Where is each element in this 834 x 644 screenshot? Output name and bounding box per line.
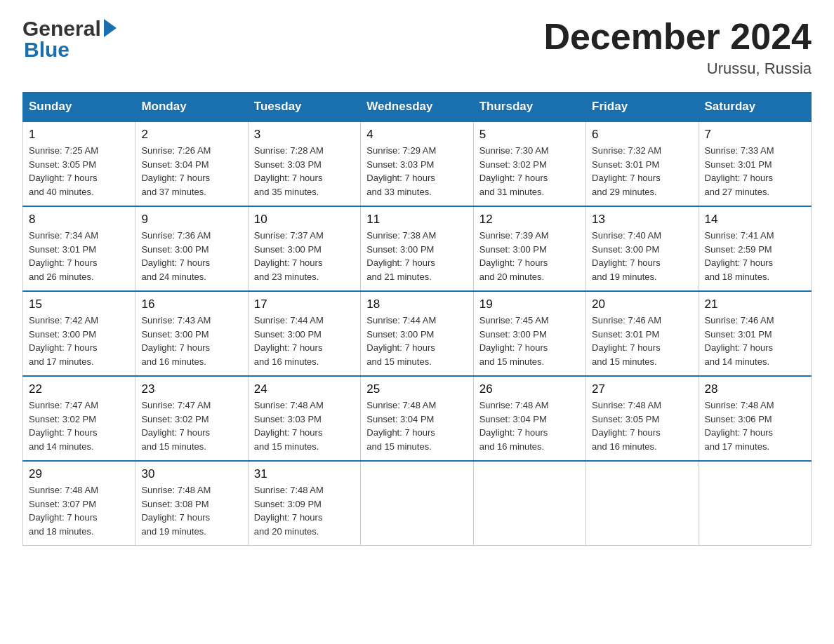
days-header-row: SundayMondayTuesdayWednesdayThursdayFrid… [23, 93, 812, 122]
day-info: Sunrise: 7:44 AMSunset: 3:00 PMDaylight:… [366, 314, 467, 368]
sunset-text: Sunset: 2:59 PM [705, 243, 805, 257]
day-info: Sunrise: 7:44 AMSunset: 3:00 PMDaylight:… [254, 314, 355, 368]
daylight-minutes: and 15 minutes. [592, 355, 692, 369]
sunset-text: Sunset: 3:02 PM [29, 412, 129, 427]
calendar-cell: 29Sunrise: 7:48 AMSunset: 3:07 PMDayligh… [23, 461, 135, 546]
sunset-text: Sunset: 3:01 PM [29, 243, 129, 257]
calendar-cell: 15Sunrise: 7:42 AMSunset: 3:00 PMDayligh… [23, 291, 135, 376]
day-number: 2 [141, 128, 241, 142]
sunrise-text: Sunrise: 7:33 AM [705, 144, 805, 158]
day-number: 30 [141, 467, 241, 481]
day-number: 25 [366, 382, 467, 396]
sunset-text: Sunset: 3:04 PM [141, 158, 241, 172]
day-number: 12 [479, 213, 580, 227]
daylight-minutes: and 17 minutes. [705, 440, 805, 454]
daylight-text: Daylight: 7 hours [254, 426, 355, 440]
daylight-minutes: and 35 minutes. [254, 185, 355, 199]
sunset-text: Sunset: 3:02 PM [479, 158, 580, 172]
sunrise-text: Sunrise: 7:32 AM [592, 144, 692, 158]
calendar-cell: 3Sunrise: 7:28 AMSunset: 3:03 PMDaylight… [248, 121, 360, 206]
daylight-text: Daylight: 7 hours [592, 426, 692, 440]
sunrise-text: Sunrise: 7:39 AM [479, 229, 580, 243]
daylight-text: Daylight: 7 hours [29, 341, 129, 355]
daylight-minutes: and 16 minutes. [479, 440, 580, 454]
header-sunday: Sunday [23, 93, 135, 122]
calendar-cell: 10Sunrise: 7:37 AMSunset: 3:00 PMDayligh… [248, 206, 360, 291]
day-info: Sunrise: 7:48 AMSunset: 3:04 PMDaylight:… [479, 398, 580, 453]
day-info: Sunrise: 7:46 AMSunset: 3:01 PMDaylight:… [705, 314, 805, 368]
daylight-text: Daylight: 7 hours [366, 426, 467, 440]
day-info: Sunrise: 7:39 AMSunset: 3:00 PMDaylight:… [479, 229, 580, 283]
sunset-text: Sunset: 3:00 PM [366, 243, 467, 257]
sunrise-text: Sunrise: 7:46 AM [592, 314, 692, 328]
logo-blue-text: Blue [24, 38, 117, 62]
daylight-text: Daylight: 7 hours [479, 341, 580, 355]
logo-general-text: General [22, 17, 101, 41]
logo: General Blue [22, 17, 117, 62]
location-label: Urussu, Russia [543, 60, 812, 78]
sunset-text: Sunset: 3:01 PM [705, 328, 805, 342]
logo-triangle-icon [104, 19, 117, 37]
day-number: 13 [592, 213, 692, 227]
calendar-cell: 11Sunrise: 7:38 AMSunset: 3:00 PMDayligh… [361, 206, 473, 291]
sunset-text: Sunset: 3:03 PM [254, 412, 355, 427]
calendar-cell: 9Sunrise: 7:36 AMSunset: 3:00 PMDaylight… [135, 206, 248, 291]
calendar-cell: 5Sunrise: 7:30 AMSunset: 3:02 PMDaylight… [473, 121, 585, 206]
calendar-cell: 28Sunrise: 7:48 AMSunset: 3:06 PMDayligh… [699, 376, 811, 461]
calendar-cell: 22Sunrise: 7:47 AMSunset: 3:02 PMDayligh… [23, 376, 135, 461]
sunrise-text: Sunrise: 7:45 AM [479, 314, 580, 328]
calendar-cell: 7Sunrise: 7:33 AMSunset: 3:01 PMDaylight… [699, 121, 811, 206]
sunset-text: Sunset: 3:08 PM [141, 497, 241, 511]
day-number: 15 [29, 297, 129, 311]
sunset-text: Sunset: 3:00 PM [254, 328, 355, 342]
daylight-text: Daylight: 7 hours [29, 171, 129, 185]
daylight-text: Daylight: 7 hours [592, 171, 692, 185]
calendar-cell: 31Sunrise: 7:48 AMSunset: 3:09 PMDayligh… [248, 461, 360, 546]
sunrise-text: Sunrise: 7:25 AM [29, 144, 129, 158]
sunrise-text: Sunrise: 7:48 AM [254, 398, 355, 412]
sunset-text: Sunset: 3:00 PM [141, 328, 241, 342]
sunset-text: Sunset: 3:00 PM [29, 328, 129, 342]
daylight-text: Daylight: 7 hours [705, 341, 805, 355]
title-block: December 2024 Urussu, Russia [543, 17, 812, 78]
calendar-cell: 12Sunrise: 7:39 AMSunset: 3:00 PMDayligh… [473, 206, 585, 291]
daylight-text: Daylight: 7 hours [29, 426, 129, 440]
sunrise-text: Sunrise: 7:47 AM [141, 398, 241, 412]
day-number: 3 [254, 128, 355, 142]
calendar-cell: 13Sunrise: 7:40 AMSunset: 3:00 PMDayligh… [586, 206, 699, 291]
sunrise-text: Sunrise: 7:41 AM [705, 229, 805, 243]
sunrise-text: Sunrise: 7:26 AM [141, 144, 241, 158]
sunset-text: Sunset: 3:01 PM [592, 328, 692, 342]
day-number: 1 [29, 128, 129, 142]
day-number: 23 [141, 382, 241, 396]
daylight-minutes: and 16 minutes. [592, 440, 692, 454]
day-info: Sunrise: 7:47 AMSunset: 3:02 PMDaylight:… [141, 398, 241, 453]
daylight-minutes: and 15 minutes. [141, 440, 241, 454]
day-number: 7 [705, 128, 805, 142]
sunset-text: Sunset: 3:03 PM [254, 158, 355, 172]
daylight-text: Daylight: 7 hours [141, 256, 241, 270]
sunrise-text: Sunrise: 7:48 AM [29, 483, 129, 497]
sunset-text: Sunset: 3:00 PM [592, 243, 692, 257]
sunrise-text: Sunrise: 7:43 AM [141, 314, 241, 328]
daylight-text: Daylight: 7 hours [366, 341, 467, 355]
daylight-minutes: and 15 minutes. [254, 440, 355, 454]
day-number: 27 [592, 382, 692, 396]
week-row-4: 22Sunrise: 7:47 AMSunset: 3:02 PMDayligh… [23, 376, 812, 461]
day-info: Sunrise: 7:28 AMSunset: 3:03 PMDaylight:… [254, 144, 355, 199]
day-number: 18 [366, 297, 467, 311]
daylight-minutes: and 18 minutes. [29, 525, 129, 539]
day-info: Sunrise: 7:47 AMSunset: 3:02 PMDaylight:… [29, 398, 129, 453]
daylight-text: Daylight: 7 hours [479, 426, 580, 440]
daylight-text: Daylight: 7 hours [141, 341, 241, 355]
day-number: 6 [592, 128, 692, 142]
calendar-cell [361, 461, 473, 546]
calendar-cell [699, 461, 811, 546]
day-number: 4 [366, 128, 467, 142]
month-title: December 2024 [543, 17, 812, 57]
sunrise-text: Sunrise: 7:48 AM [366, 398, 467, 412]
sunrise-text: Sunrise: 7:44 AM [366, 314, 467, 328]
day-info: Sunrise: 7:29 AMSunset: 3:03 PMDaylight:… [366, 144, 467, 199]
calendar-cell: 23Sunrise: 7:47 AMSunset: 3:02 PMDayligh… [135, 376, 248, 461]
calendar-cell: 27Sunrise: 7:48 AMSunset: 3:05 PMDayligh… [586, 376, 699, 461]
